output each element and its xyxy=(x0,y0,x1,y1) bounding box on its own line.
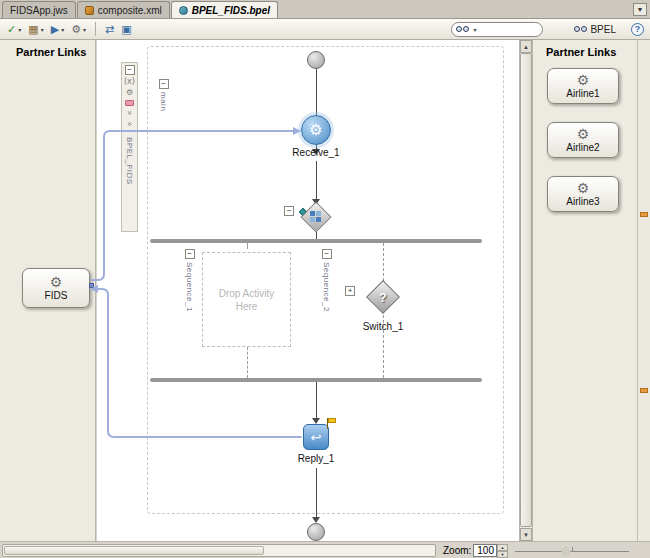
view-selector-bpel[interactable]: BPEL xyxy=(574,24,616,35)
validate-button[interactable]: ✓ ▾ xyxy=(5,21,23,38)
chevrons-icon[interactable]: » xyxy=(126,111,134,116)
question-icon: ? xyxy=(371,286,395,310)
error-margin-strip xyxy=(637,40,650,541)
drop-activity-zone[interactable]: Drop Activity Here xyxy=(202,252,291,347)
partner-link-fids[interactable]: ⚙ FIDS xyxy=(22,268,90,308)
end-node[interactable] xyxy=(307,523,325,541)
partner-link-label: Airline2 xyxy=(566,142,599,153)
sync-icon: ⇄ xyxy=(105,24,114,35)
scope-tray: − (x) ⚙ » » BPEL_FIDS xyxy=(121,62,138,232)
gear-icon[interactable]: ⚙ xyxy=(126,89,133,97)
flow-top-bar xyxy=(150,239,482,243)
flag-icon xyxy=(328,418,336,423)
glasses-icon xyxy=(574,26,587,32)
zoom-stepper[interactable]: ▲ ▼ xyxy=(497,544,508,557)
flow-line xyxy=(316,161,317,199)
search-input[interactable] xyxy=(478,24,530,35)
scrollbar-thumb[interactable] xyxy=(4,546,264,555)
partner-link-airline2[interactable]: ⚙ Airline2 xyxy=(547,122,619,158)
collapse-button[interactable]: − xyxy=(159,79,169,89)
scroll-down-button[interactable]: ▼ xyxy=(520,528,532,541)
activity-reply[interactable]: ↩ xyxy=(303,424,329,450)
partner-links-right-panel: Partner Links ⚙ Airline1 ⚙ Airline2 ⚙ Ai… xyxy=(532,40,637,541)
chevron-down-icon: ▾ xyxy=(41,26,44,33)
search-icon xyxy=(456,26,469,32)
scrollbar-thumb[interactable] xyxy=(520,53,532,527)
tab-fidsapp[interactable]: FIDSApp.jws xyxy=(2,1,76,18)
expand-button[interactable]: + xyxy=(345,286,355,296)
branch-line xyxy=(383,315,384,378)
sequence2-tray: − Sequence_2 xyxy=(319,249,334,329)
drop-hint-text: Drop Activity Here xyxy=(217,287,276,313)
partner-link-airline1[interactable]: ⚙ Airline1 xyxy=(547,68,619,104)
flow-grid-icon xyxy=(310,211,322,223)
main-sequence-label[interactable]: main xyxy=(159,92,168,111)
status-bar: Zoom: 100 ▲ ▼ xyxy=(0,541,650,558)
jdeveloper-bpel-designer: FIDSApp.jws composite.xml BPEL_FIDS.bpel… xyxy=(0,0,650,558)
chevron-down-icon: ▾ xyxy=(83,26,86,33)
warning-marker[interactable] xyxy=(640,388,648,393)
chevron-down-icon: ▾ xyxy=(473,26,476,33)
partner-link-gear-icon: ⚙ xyxy=(577,127,590,141)
activity-label: Reply_1 xyxy=(283,453,349,464)
warning-marker[interactable] xyxy=(640,212,648,217)
collapse-button[interactable]: − xyxy=(185,249,195,259)
sequence2-label[interactable]: Sequence_2 xyxy=(322,262,331,312)
bpel-diagram-canvas[interactable]: − (x) ⚙ » » BPEL_FIDS − main ⚙ Receive_1… xyxy=(97,40,519,541)
panel-title: Partner Links xyxy=(16,46,86,58)
chevrons-icon[interactable]: » xyxy=(126,122,134,127)
tab-overflow-button[interactable]: ▼ xyxy=(633,3,647,16)
slider-thumb[interactable] xyxy=(561,546,571,556)
eraser-icon[interactable] xyxy=(125,100,134,106)
variables-icon[interactable]: (x) xyxy=(124,78,135,86)
branch-line xyxy=(383,243,384,281)
search-box[interactable]: ▾ xyxy=(451,22,543,37)
layout-button[interactable]: ▣ xyxy=(119,21,133,38)
help-button[interactable]: ? xyxy=(631,23,644,36)
flow-line xyxy=(316,468,317,517)
gear-icon: ⚙ xyxy=(71,24,81,35)
tab-composite[interactable]: composite.xml xyxy=(77,1,170,18)
partner-link-label: Airline1 xyxy=(566,88,599,99)
zoom-value-input[interactable]: 100 xyxy=(473,544,497,557)
layout-grid-icon: ▣ xyxy=(121,24,131,35)
partner-link-label: FIDS xyxy=(45,290,68,301)
settings-button[interactable]: ⚙ ▾ xyxy=(69,21,88,38)
tab-bpel-fids[interactable]: BPEL_FIDS.bpel xyxy=(171,1,278,18)
overflow-icon: ▼ xyxy=(637,6,644,13)
chevron-down-icon: ▾ xyxy=(18,26,21,33)
sync-button[interactable]: ⇄ xyxy=(103,21,116,38)
partner-link-gear-icon: ⚙ xyxy=(577,73,590,87)
flow-line xyxy=(316,382,317,418)
tab-label: FIDSApp.jws xyxy=(10,5,68,16)
scroll-up-button[interactable]: ▲ xyxy=(520,40,532,53)
validate-icon: ✓ xyxy=(7,24,16,35)
build-button[interactable]: ▦ ▾ xyxy=(26,21,45,38)
branch-line xyxy=(247,243,248,249)
partner-link-gear-icon: ⚙ xyxy=(577,181,590,195)
collapse-button[interactable]: − xyxy=(125,65,135,75)
scope-tab-label[interactable]: BPEL_FIDS xyxy=(125,137,134,185)
activity-receive[interactable]: ⚙ xyxy=(301,115,331,145)
collapse-button[interactable]: − xyxy=(322,249,332,259)
document-tabbar: FIDSApp.jws composite.xml BPEL_FIDS.bpel… xyxy=(0,0,650,19)
run-icon: ▶ xyxy=(51,24,59,35)
canvas-horizontal-scrollbar[interactable] xyxy=(2,544,436,557)
start-node[interactable] xyxy=(307,51,325,69)
spin-down-icon[interactable]: ▼ xyxy=(497,551,508,558)
toolbar-separator xyxy=(95,22,96,36)
tab-label: composite.xml xyxy=(98,5,162,16)
spin-up-icon[interactable]: ▲ xyxy=(497,544,508,551)
collapse-button[interactable]: − xyxy=(284,206,294,216)
activity-label: Receive_1 xyxy=(281,147,351,158)
canvas-vertical-scrollbar[interactable]: ▲ ▼ xyxy=(519,40,532,541)
flow-line xyxy=(316,232,317,239)
zoom-slider[interactable] xyxy=(515,544,629,557)
receive-gear-icon: ⚙ xyxy=(309,123,322,138)
connector-handle[interactable] xyxy=(89,283,94,288)
partner-link-airline3[interactable]: ⚙ Airline3 xyxy=(547,176,619,212)
run-button[interactable]: ▶ ▾ xyxy=(49,21,66,38)
sequence1-label[interactable]: Sequence_1 xyxy=(185,262,194,312)
slider-track xyxy=(515,551,629,552)
sequence1-tray: − Sequence_1 xyxy=(182,249,197,350)
